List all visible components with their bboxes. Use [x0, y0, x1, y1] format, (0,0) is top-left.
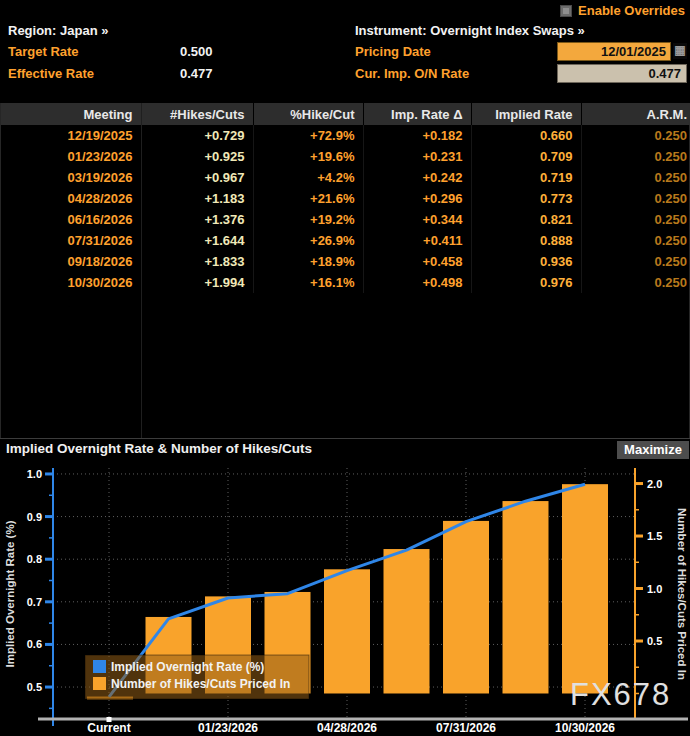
table-cell: 0.250 [581, 167, 690, 188]
table-row[interactable]: 09/18/2026+1.833+18.9%+0.4580.9360.250 [1, 251, 690, 272]
table-cell: +1.376 [141, 209, 253, 230]
table-row[interactable]: 04/28/2026+1.183+21.6%+0.2960.7730.250 [1, 188, 690, 209]
table-cell: 0.250 [581, 188, 690, 209]
maximize-button[interactable]: Maximize [617, 441, 689, 459]
column-header[interactable]: Imp. Rate Δ [363, 103, 471, 125]
left-axis-title: Implied Overnight Rate (%) [4, 520, 16, 667]
table-cell: 0.660 [471, 125, 581, 146]
left-axis-ticks: 1.00.90.80.70.60.5 [27, 468, 53, 708]
table-row[interactable]: 12/19/2025+0.729+72.9%+0.1820.6600.250 [1, 125, 690, 146]
table-cell: 09/18/2026 [1, 251, 141, 272]
right-axis-ticks: 2.01.51.00.5 [635, 478, 662, 694]
table-cell: +26.9% [253, 230, 363, 251]
rates-chart: 1.00.90.80.70.60.52.01.51.00.5Current01/… [0, 458, 690, 736]
cur-imp-rate-label: Cur. Imp. O/N Rate [355, 66, 469, 81]
table-cell: +1.833 [141, 251, 253, 272]
table-cell: 06/16/2026 [1, 209, 141, 230]
table-cell: 01/23/2026 [1, 146, 141, 167]
target-rate-value: 0.500 [180, 44, 213, 59]
table-cell: +21.6% [253, 188, 363, 209]
table-cell: +72.9% [253, 125, 363, 146]
region-value[interactable]: Japan » [60, 23, 108, 38]
bar [324, 569, 370, 693]
table-cell: +16.1% [253, 272, 363, 293]
svg-text:1.0: 1.0 [647, 583, 662, 595]
table-cell: +19.2% [253, 209, 363, 230]
region-selector[interactable]: Region: Japan » [8, 23, 108, 38]
table-cell: +0.967 [141, 167, 253, 188]
table-cell: +4.2% [253, 167, 363, 188]
svg-text:0.5: 0.5 [647, 635, 662, 647]
table-row[interactable]: 01/23/2026+0.925+19.6%+0.2310.7090.250 [1, 146, 690, 167]
table-cell: +0.344 [363, 209, 471, 230]
table-cell: +0.231 [363, 146, 471, 167]
svg-text:0.9: 0.9 [27, 511, 42, 523]
bar [562, 484, 608, 693]
table-row[interactable]: 03/19/2026+0.967+4.2%+0.2420.7190.250 [1, 167, 690, 188]
table-cell: 0.888 [471, 230, 581, 251]
column-header[interactable]: A.R.M. [581, 103, 690, 125]
table-cell: +1.644 [141, 230, 253, 251]
table-cell: +0.182 [363, 125, 471, 146]
column-header[interactable]: %Hike/Cut [253, 103, 363, 125]
table-cell: 0.976 [471, 272, 581, 293]
table-cell: +0.458 [363, 251, 471, 272]
table-cell: 04/28/2026 [1, 188, 141, 209]
target-rate-label: Target Rate [8, 44, 79, 59]
svg-text:07/31/2026: 07/31/2026 [436, 721, 496, 735]
instrument-selector[interactable]: Instrument: Overnight Index Swaps » [355, 23, 585, 38]
legend-swatch-line [93, 660, 106, 673]
effective-rate-value: 0.477 [180, 66, 213, 81]
right-axis-title: Number of Hikes/Cuts Priced In [676, 508, 688, 680]
svg-text:0.7: 0.7 [27, 596, 42, 608]
table-row[interactable]: 10/30/2026+1.994+16.1%+0.4980.9760.250 [1, 272, 690, 293]
table-cell: 0.773 [471, 188, 581, 209]
enable-overrides[interactable]: Enable Overrides [560, 3, 685, 18]
cur-imp-rate-input[interactable]: 0.477 [557, 64, 687, 83]
region-label: Region: [8, 23, 56, 38]
table-body: 12/19/2025+0.729+72.9%+0.1820.6600.25001… [1, 125, 690, 293]
table-cell: 0.709 [471, 146, 581, 167]
instrument-label: Instrument: [355, 23, 427, 38]
table-cell: 0.821 [471, 209, 581, 230]
legend-swatch-bar [93, 677, 106, 690]
table-cell: 0.250 [581, 272, 690, 293]
instrument-value[interactable]: Overnight Index Swaps » [430, 23, 585, 38]
table-row[interactable]: 06/16/2026+1.376+19.2%+0.3440.8210.250 [1, 209, 690, 230]
table-cell: +0.242 [363, 167, 471, 188]
bar [384, 549, 430, 693]
svg-text:01/23/2026: 01/23/2026 [198, 721, 258, 735]
table-cell: 07/31/2026 [1, 230, 141, 251]
header: Enable Overrides Region: Japan » Instrum… [0, 0, 690, 103]
pricing-date-input[interactable]: 12/01/2025 [557, 42, 671, 61]
chart-title: Implied Overnight Rate & Number of Hikes… [6, 441, 312, 456]
table-cell: 0.250 [581, 251, 690, 272]
enable-overrides-checkbox[interactable] [560, 5, 572, 17]
legend-label-bar: Number of Hikes/Cuts Priced In [111, 677, 290, 691]
table-cell: +0.729 [141, 125, 253, 146]
column-header[interactable]: Meeting [1, 103, 141, 125]
table-cell: +1.994 [141, 272, 253, 293]
table-cell: +19.6% [253, 146, 363, 167]
table-cell: 12/19/2025 [1, 125, 141, 146]
table-row[interactable]: 07/31/2026+1.644+26.9%+0.4110.8880.250 [1, 230, 690, 251]
calendar-icon[interactable]: ▦ [673, 43, 687, 59]
chart-legend[interactable]: Implied Overnight Rate (%)Number of Hike… [85, 655, 309, 699]
column-header[interactable]: Implied Rate [471, 103, 581, 125]
watermark: FX678 [570, 677, 671, 712]
table-cell: 0.250 [581, 230, 690, 251]
table-cell: 0.936 [471, 251, 581, 272]
wirp-screen: Enable Overrides Region: Japan » Instrum… [0, 0, 690, 736]
column-header[interactable]: #Hikes/Cuts [141, 103, 253, 125]
chart-titlebar: Implied Overnight Rate & Number of Hikes… [0, 438, 690, 458]
svg-text:10/30/2026: 10/30/2026 [555, 721, 615, 735]
x-axis-labels: Current01/23/202604/28/202607/31/202610/… [87, 721, 615, 735]
table-cell: +18.9% [253, 251, 363, 272]
svg-text:0.5: 0.5 [27, 681, 42, 693]
table-header-row: Meeting#Hikes/Cuts%Hike/CutImp. Rate ΔIm… [1, 103, 690, 125]
svg-text:04/28/2026: 04/28/2026 [317, 721, 377, 735]
meetings-table: Meeting#Hikes/Cuts%Hike/CutImp. Rate ΔIm… [0, 103, 690, 438]
table-cell: 03/19/2026 [1, 167, 141, 188]
table-cell: 0.250 [581, 209, 690, 230]
bar [503, 501, 549, 693]
